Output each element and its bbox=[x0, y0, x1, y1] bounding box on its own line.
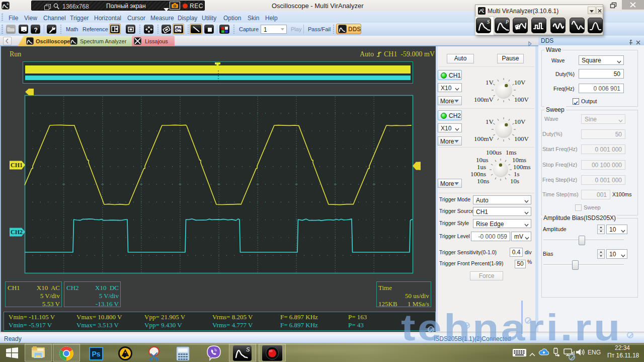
svg-text:S: S bbox=[246, 346, 250, 352]
svg-text:S: S bbox=[482, 8, 484, 11]
svg-text:S: S bbox=[487, 19, 490, 25]
svg-text:?: ? bbox=[34, 27, 38, 34]
svg-text:P: P bbox=[505, 19, 509, 25]
svg-text:S: S bbox=[7, 3, 9, 6]
svg-text:CH2: CH2 bbox=[11, 229, 23, 236]
svg-text:CH1: CH1 bbox=[11, 162, 23, 169]
